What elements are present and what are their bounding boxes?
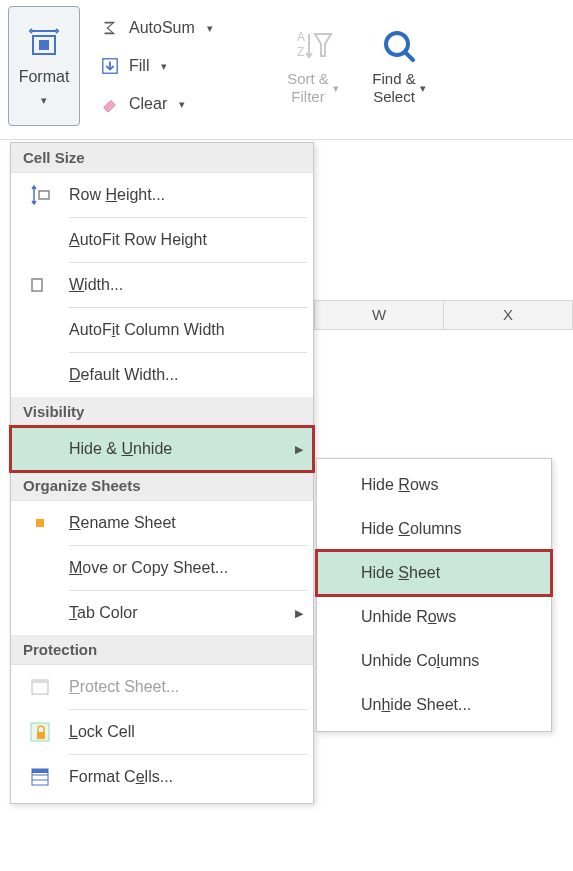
svg-text:Z: Z [297, 45, 304, 59]
submenu-hide-sheet[interactable]: Hide Sheet [317, 551, 551, 595]
menu-autofit-column-width[interactable]: AutoFit Column Width [11, 308, 313, 352]
format-dropdown-menu: Cell Size Row Height... AutoFit Row Heig… [10, 142, 314, 804]
fill-label: Fill [129, 57, 149, 75]
format-cell-icon [27, 26, 61, 60]
menu-header-protection: Protection [11, 635, 313, 665]
editing-group-small: AutoSum ▾ Fill ▾ Clear ▾ [100, 6, 270, 120]
column-header-x[interactable]: X [444, 301, 572, 329]
submenu-hide-columns[interactable]: Hide Columns [317, 507, 551, 551]
autosum-label: AutoSum [129, 19, 195, 37]
svg-rect-9 [32, 680, 48, 683]
find-select-label-2: Select [373, 88, 415, 105]
autosum-button[interactable]: AutoSum ▾ [100, 12, 270, 44]
sort-filter-icon: A Z [293, 26, 333, 66]
submenu-arrow-icon: ▶ [295, 443, 303, 456]
menu-header-visibility: Visibility [11, 397, 313, 427]
magnifier-icon [379, 26, 419, 66]
find-select-label-1: Find & [372, 70, 415, 87]
find-select-button[interactable]: Find & Select ▾ [356, 6, 442, 126]
svg-text:A: A [297, 30, 305, 44]
protect-sheet-icon [11, 677, 69, 697]
rename-dot-icon [36, 519, 44, 527]
menu-column-width[interactable]: Width... [11, 263, 313, 307]
chevron-down-icon: ▾ [333, 82, 339, 95]
ribbon-section: Format ▾ AutoSum ▾ Fill ▾ [0, 0, 573, 140]
menu-row-height[interactable]: Row Height... [11, 173, 313, 217]
chevron-down-icon: ▾ [420, 82, 426, 95]
row-height-icon [11, 184, 69, 206]
chevron-down-icon: ▾ [41, 94, 47, 107]
sort-filter-button: A Z Sort & Filter ▾ [270, 6, 356, 126]
menu-default-width[interactable]: Default Width... [11, 353, 313, 397]
menu-lock-cell[interactable]: Lock Cell [11, 710, 313, 754]
menu-header-organize: Organize Sheets [11, 471, 313, 501]
sort-filter-label-2: Filter [291, 88, 324, 105]
column-width-icon [11, 274, 69, 296]
format-button-label: Format [19, 68, 70, 86]
menu-hide-unhide[interactable]: Hide & Unhide ▶ [11, 427, 313, 471]
chevron-down-icon: ▾ [179, 98, 185, 111]
svg-rect-7 [32, 279, 42, 291]
menu-autofit-row-height[interactable]: AutoFit Row Height [11, 218, 313, 262]
submenu-unhide-columns[interactable]: Unhide Columns [317, 639, 551, 683]
sort-filter-label-1: Sort & [287, 70, 329, 87]
menu-protect-sheet: Protect Sheet... [11, 665, 313, 709]
svg-rect-1 [39, 40, 49, 50]
submenu-unhide-sheet[interactable]: Unhide Sheet... [317, 683, 551, 727]
chevron-down-icon: ▾ [207, 22, 213, 35]
clear-label: Clear [129, 95, 167, 113]
format-cells-icon [11, 767, 69, 787]
sigma-icon [100, 18, 120, 38]
column-header-w[interactable]: W [315, 301, 444, 329]
menu-rename-sheet[interactable]: Rename Sheet [11, 501, 313, 545]
submenu-hide-rows[interactable]: Hide Rows [317, 463, 551, 507]
svg-rect-13 [32, 769, 48, 773]
svg-rect-6 [39, 191, 49, 199]
submenu-arrow-icon: ▶ [295, 607, 303, 620]
lock-cell-icon [11, 721, 69, 743]
menu-format-cells[interactable]: Format Cells... [11, 755, 313, 799]
hide-unhide-submenu: Hide Rows Hide Columns Hide Sheet Unhide… [316, 458, 552, 732]
eraser-icon [100, 94, 120, 114]
clear-button[interactable]: Clear ▾ [100, 88, 270, 120]
menu-move-copy-sheet[interactable]: Move or Copy Sheet... [11, 546, 313, 590]
chevron-down-icon: ▾ [161, 60, 167, 73]
fill-button[interactable]: Fill ▾ [100, 50, 270, 82]
svg-rect-11 [37, 732, 45, 739]
submenu-unhide-rows[interactable]: Unhide Rows [317, 595, 551, 639]
column-headers: W X [314, 300, 573, 330]
menu-tab-color[interactable]: Tab Color ▶ [11, 591, 313, 635]
format-button[interactable]: Format ▾ [8, 6, 80, 126]
menu-header-cell-size: Cell Size [11, 143, 313, 173]
fill-down-icon [100, 56, 120, 76]
